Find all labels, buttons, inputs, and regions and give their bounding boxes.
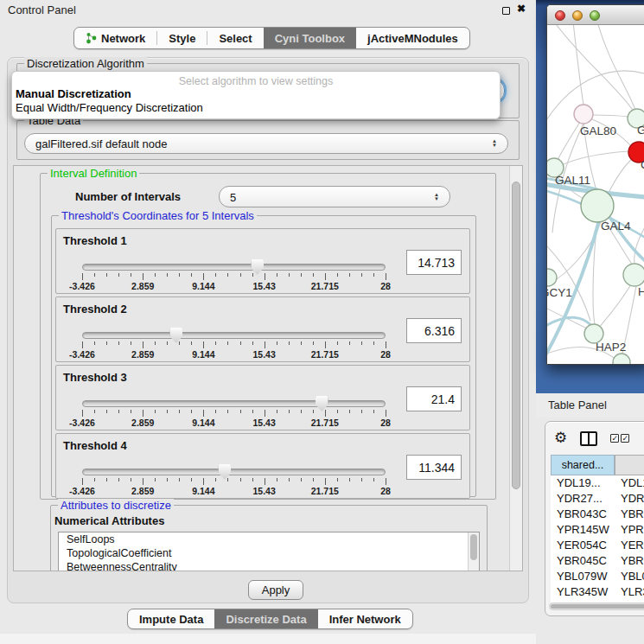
table-data-combobox[interactable]: galFiltered.sif default node ▲▼: [24, 133, 508, 154]
threshold-slider[interactable]: [82, 469, 386, 475]
table-cell[interactable]: YDR27...: [551, 491, 615, 507]
number-of-intervals-combobox[interactable]: 5 ▲▼: [219, 186, 450, 207]
slider-track[interactable]: [82, 469, 386, 475]
list-item[interactable]: SelfLoops: [59, 532, 479, 546]
zoom-traffic-light-icon[interactable]: [590, 10, 600, 21]
list-item[interactable]: BetweennessCentrality: [59, 560, 479, 571]
table-cell[interactable]: YBR0: [615, 507, 644, 522]
network-edge[interactable]: [573, 25, 583, 105]
gear-icon[interactable]: ⚙: [554, 429, 567, 448]
network-edge[interactable]: [554, 25, 634, 112]
threshold-value-field[interactable]: [406, 318, 462, 343]
split-columns-icon[interactable]: [580, 431, 597, 446]
dropdown-item-manual-discretization[interactable]: Manual Discretization: [12, 87, 500, 101]
tab-select[interactable]: Select: [207, 28, 263, 48]
network-edge[interactable]: [599, 284, 631, 328]
tick-mark: [106, 341, 107, 345]
apply-button[interactable]: Apply: [248, 580, 303, 600]
table-row[interactable]: YBR043CYBR0: [551, 507, 644, 522]
numerical-attributes-label: Numerical Attributes: [54, 514, 164, 527]
threshold-slider[interactable]: [82, 264, 386, 271]
column-header[interactable]: n: [615, 455, 644, 475]
table-cell[interactable]: YBL079W: [551, 569, 615, 584]
threshold-slider[interactable]: [82, 400, 386, 407]
checkbox-icon[interactable]: ✓: [621, 434, 629, 443]
table-row[interactable]: YDL19...YDL1: [551, 475, 644, 491]
scrollbar-thumb[interactable]: [470, 534, 477, 560]
select-columns-icons[interactable]: ✓ ✓: [610, 434, 629, 443]
right-side: GAL80GACGAL11GAL4GCY1HHAP2 Table Panel ⚙…: [536, 0, 644, 644]
network-edge[interactable]: [597, 25, 635, 110]
tab-impute-data[interactable]: Impute Data: [128, 609, 214, 628]
network-view-window[interactable]: GAL80GACGAL11GAL4GCY1HHAP2: [546, 4, 644, 365]
column-header[interactable]: shared...: [551, 455, 615, 475]
slider-track[interactable]: [82, 400, 386, 407]
tab-cyni-toolbox[interactable]: Cyni Toolbox: [264, 28, 356, 48]
scrollbar-thumb[interactable]: [512, 182, 520, 489]
horizontal-scrollbar[interactable]: [549, 603, 644, 610]
threshold-value-field[interactable]: [406, 250, 462, 275]
close-traffic-light-icon[interactable]: [555, 10, 565, 21]
table-cell[interactable]: YBR0: [615, 553, 644, 569]
scale-label: -3.426: [69, 281, 95, 291]
list-item[interactable]: TopologicalCoefficient: [59, 546, 479, 560]
dropdown-item-equal-width-frequency[interactable]: Equal Width/Frequency Discretization: [12, 101, 500, 115]
close-icon[interactable]: ✖: [517, 3, 526, 15]
float-window-icon[interactable]: [502, 7, 510, 15]
table-cell[interactable]: YLR3: [615, 584, 644, 600]
network-node[interactable]: [547, 269, 557, 286]
table-cell[interactable]: YLR345W: [551, 584, 615, 600]
threshold-value-field[interactable]: [406, 386, 462, 411]
network-node[interactable]: [623, 264, 644, 286]
threshold-value-field[interactable]: [406, 455, 462, 480]
table-cell[interactable]: YDR2: [615, 491, 644, 507]
tick-mark: [203, 341, 204, 348]
tick-mark: [191, 478, 192, 481]
tab-discretize-data[interactable]: Discretize Data: [214, 609, 317, 628]
tick-mark: [106, 478, 107, 481]
table-row[interactable]: YPR145WYPR1: [551, 522, 644, 538]
table-cell[interactable]: YBL0: [615, 569, 644, 584]
network-node[interactable]: [613, 354, 630, 365]
table-cell[interactable]: YPR1: [615, 522, 644, 538]
scale-label: 21.715: [311, 418, 339, 428]
tab-style[interactable]: Style: [157, 28, 207, 48]
table-row[interactable]: YBL079WYBL0: [551, 569, 644, 584]
network-edge[interactable]: [593, 115, 628, 117]
list-scrollbar[interactable]: [468, 532, 479, 571]
tab-network[interactable]: Network: [74, 28, 156, 48]
dropdown-prompt-item[interactable]: Select algorithm to view settings: [12, 72, 500, 87]
slider-track[interactable]: [82, 264, 386, 271]
network-edge[interactable]: [558, 122, 580, 160]
table-row[interactable]: YDR27...YDR2: [551, 491, 644, 507]
vertical-scrollbar[interactable]: [509, 166, 522, 571]
table-cell[interactable]: YDL1: [615, 475, 644, 491]
tab-infer-network[interactable]: Infer Network: [318, 609, 412, 628]
table-cell[interactable]: YPR145W: [551, 522, 615, 538]
network-node[interactable]: [574, 105, 593, 124]
numerical-attributes-list[interactable]: SelfLoopsTopologicalCoefficientBetweenne…: [58, 532, 480, 571]
network-window-titlebar[interactable]: [547, 5, 644, 25]
table-row[interactable]: YLR345WYLR3: [551, 584, 644, 600]
table-cell[interactable]: YBR043C: [551, 507, 615, 522]
network-node[interactable]: [581, 189, 614, 222]
slider-track[interactable]: [82, 332, 386, 339]
table-row[interactable]: YER054CYER0: [551, 538, 644, 553]
tick-mark: [301, 341, 302, 345]
table-row[interactable]: YBR045CYBR0: [551, 553, 644, 569]
scrollbar-thumb[interactable]: [551, 604, 644, 609]
network-edge[interactable]: [608, 158, 633, 194]
network-edge[interactable]: [564, 151, 629, 164]
table-cell[interactable]: YER0: [615, 538, 644, 553]
threshold-slider[interactable]: [82, 332, 386, 339]
checkbox-icon[interactable]: ✓: [610, 434, 619, 443]
minimize-traffic-light-icon[interactable]: [572, 10, 583, 21]
tab-jactivemnodules[interactable]: jActiveMNodules: [356, 28, 469, 48]
table-cell[interactable]: YBR045C: [551, 553, 615, 569]
tick-mark: [82, 341, 83, 348]
table-cell[interactable]: YER054C: [551, 538, 615, 553]
table-cell[interactable]: YDL19...: [551, 475, 615, 491]
tick-mark: [118, 478, 119, 481]
tick-mark: [155, 478, 156, 481]
network-canvas[interactable]: GAL80GACGAL11GAL4GCY1HHAP2: [547, 25, 644, 365]
